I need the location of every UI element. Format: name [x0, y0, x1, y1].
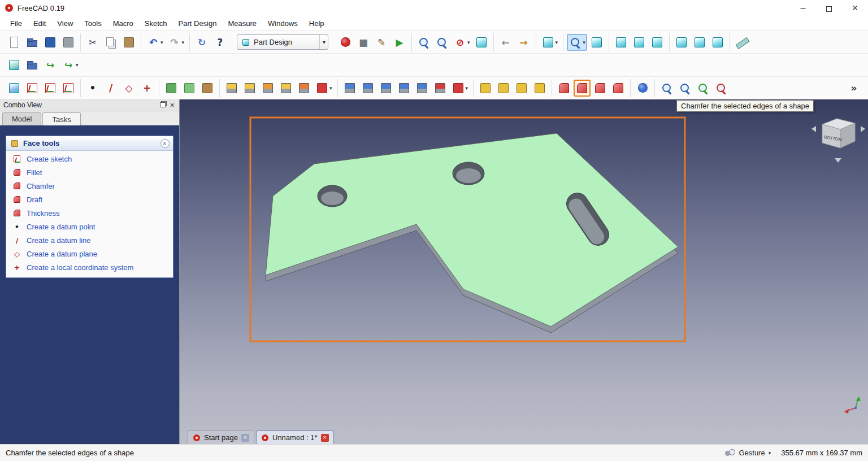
nav-style-selector[interactable]: Gesture ▾: [725, 449, 771, 457]
minimize-button[interactable]: –: [790, 0, 816, 16]
subtractive-loft-button[interactable]: [396, 80, 413, 97]
circular-hole-1[interactable]: [318, 185, 347, 207]
navigation-cube[interactable]: BOTTOM: [811, 119, 865, 163]
toolbar-overflow-button[interactable]: »: [845, 80, 862, 97]
nav-cube-right-arrow-icon[interactable]: [861, 126, 865, 132]
additive-loft-button[interactable]: [259, 80, 276, 97]
additive-primitive-button[interactable]: ▾: [314, 80, 334, 97]
zoom-tools-button[interactable]: ▾: [567, 34, 587, 51]
nav-style-caret-icon[interactable]: ▾: [769, 450, 771, 456]
task-item-chamfer[interactable]: Chamfer: [6, 179, 173, 193]
groove-button[interactable]: [377, 80, 394, 97]
datum-point-button[interactable]: •: [84, 80, 101, 97]
macro-edit-button[interactable]: ✎: [373, 34, 390, 51]
measure-linear-button[interactable]: [658, 80, 675, 97]
local-cs-button[interactable]: +: [138, 80, 155, 97]
box-selection-button[interactable]: [473, 34, 490, 51]
paste-button[interactable]: [120, 34, 137, 51]
edit-sketch-button[interactable]: [42, 80, 59, 97]
bottom-view-button[interactable]: [691, 34, 708, 51]
document-tab-start-page[interactable]: Start page×: [188, 430, 254, 444]
dropdown-caret-icon[interactable]: ▾: [467, 40, 470, 45]
right-view-button[interactable]: [649, 34, 666, 51]
make-link-button[interactable]: ↪: [42, 56, 59, 73]
measure-refresh-button[interactable]: [695, 80, 711, 97]
axonometric-view-button[interactable]: [588, 34, 605, 51]
copy-button[interactable]: [102, 34, 119, 51]
fit-selection-button[interactable]: [433, 34, 450, 51]
rear-view-button[interactable]: [673, 34, 690, 51]
task-item-thickness[interactable]: Thickness: [6, 206, 173, 220]
menu-windows[interactable]: Windows: [262, 17, 303, 30]
dropdown-caret-icon[interactable]: ▾: [555, 40, 558, 45]
additive-pipe-button[interactable]: [277, 80, 294, 97]
redo-button[interactable]: ↷▾: [166, 34, 186, 51]
menu-help[interactable]: Help: [303, 17, 330, 30]
whats-this-button[interactable]: ?: [211, 34, 228, 51]
dropdown-caret-icon[interactable]: ▾: [466, 85, 468, 91]
collapse-panel-button[interactable]: «: [160, 139, 170, 148]
measure-angular-button[interactable]: [676, 80, 693, 97]
pad-button[interactable]: [223, 80, 240, 97]
document-tab-unnamed-1[interactable]: Unnamed : 1*×: [256, 430, 334, 444]
top-view-button[interactable]: [631, 34, 648, 51]
linear-pattern-button[interactable]: [495, 80, 512, 97]
task-item-create-a-datum-line[interactable]: /Create a datum line: [6, 233, 173, 247]
tab-close-icon[interactable]: ×: [241, 434, 249, 442]
undo-button[interactable]: ↶▾: [145, 34, 165, 51]
menu-macro[interactable]: Macro: [107, 17, 139, 30]
create-body-button[interactable]: [6, 80, 23, 97]
refresh-button[interactable]: ↻: [193, 34, 210, 51]
additive-helix-button[interactable]: [296, 80, 313, 97]
nav-forward-button[interactable]: →: [515, 34, 532, 51]
macro-stop-button[interactable]: ■: [355, 34, 372, 51]
thickness-button[interactable]: [610, 80, 627, 97]
draft-button[interactable]: [592, 80, 609, 97]
nav-cube-left-arrow-icon[interactable]: [811, 126, 816, 132]
menu-view[interactable]: View: [51, 17, 79, 30]
fit-all-button[interactable]: [415, 34, 432, 51]
left-view-button[interactable]: [709, 34, 726, 51]
face-tools-header[interactable]: Face tools «: [6, 136, 173, 151]
tab-close-icon[interactable]: ×: [321, 434, 329, 442]
create-group-button[interactable]: [24, 56, 41, 73]
combo-tab-tasks[interactable]: Tasks: [42, 112, 80, 125]
polar-pattern-button[interactable]: [513, 80, 530, 97]
draw-style-button[interactable]: ⊘▾: [452, 34, 472, 51]
boolean-operation-button[interactable]: [634, 80, 651, 97]
menu-measure[interactable]: Measure: [222, 17, 262, 30]
macro-play-button[interactable]: ▶: [391, 34, 408, 51]
menu-tools[interactable]: Tools: [79, 17, 107, 30]
task-item-create-a-datum-point[interactable]: •Create a datum point: [6, 220, 173, 233]
create-sketch-button[interactable]: [24, 80, 41, 97]
close-panel-button[interactable]: ×: [169, 101, 176, 110]
restore-button[interactable]: [816, 0, 842, 16]
chamfer-button[interactable]: [574, 80, 591, 97]
task-item-create-a-datum-plane[interactable]: ◇Create a datum plane: [6, 247, 173, 260]
subshapebinder-button[interactable]: [199, 80, 216, 97]
dropdown-caret-icon[interactable]: ▾: [76, 62, 79, 68]
measure-clear-button[interactable]: [713, 80, 730, 97]
shapebinder-button[interactable]: [163, 80, 180, 97]
save-button[interactable]: [42, 34, 59, 51]
cut-button[interactable]: ✂: [84, 34, 101, 51]
menu-part-design[interactable]: Part Design: [173, 17, 223, 30]
dropdown-caret-icon[interactable]: ▾: [583, 40, 585, 45]
dropdown-caret-icon[interactable]: ▾: [329, 85, 332, 91]
create-part-button[interactable]: [6, 56, 23, 73]
float-panel-button[interactable]: [160, 101, 166, 109]
new-file-button[interactable]: [6, 34, 23, 51]
mirrored-button[interactable]: [477, 80, 494, 97]
combo-tab-model[interactable]: Model: [2, 112, 41, 125]
open-file-button[interactable]: [24, 34, 41, 51]
task-item-create-sketch[interactable]: Create sketch: [6, 152, 173, 166]
home-view-button[interactable]: ▾: [540, 34, 560, 51]
front-view-button[interactable]: [613, 34, 630, 51]
task-item-draft[interactable]: Draft: [6, 193, 173, 206]
task-item-create-a-local-coordinate-system[interactable]: +Create a local coordinate system: [6, 260, 173, 274]
workbench-caret-icon[interactable]: ▾: [319, 35, 326, 49]
revolution-button[interactable]: [241, 80, 258, 97]
clone-button[interactable]: [181, 80, 198, 97]
subtractive-pipe-button[interactable]: [414, 80, 431, 97]
map-sketch-button[interactable]: [60, 80, 77, 97]
